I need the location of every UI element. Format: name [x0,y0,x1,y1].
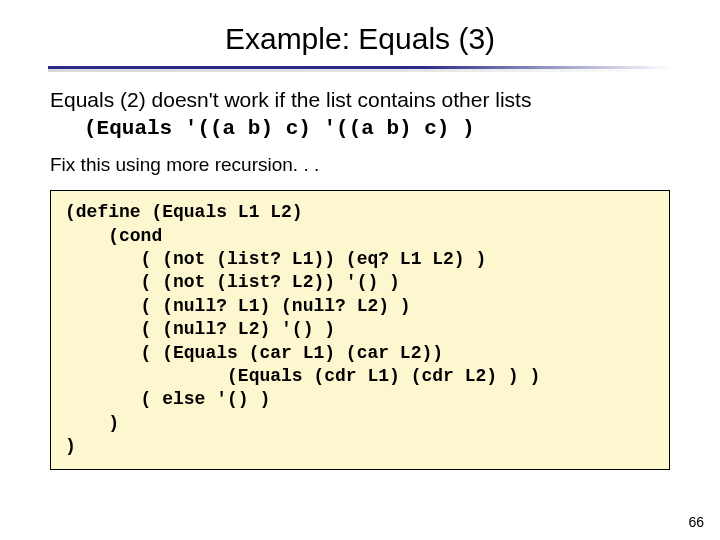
slide-title: Example: Equals (3) [0,0,720,66]
title-underline [48,66,672,69]
lead-code: (Equals '((a b) c) '((a b) c) ) [84,117,670,140]
code-block: (define (Equals L1 L2) (cond ( (not (lis… [50,190,670,469]
page-number: 66 [688,514,704,530]
fix-text: Fix this using more recursion. . . [50,154,670,176]
slide-body: Equals (2) doesn't work if the list cont… [0,87,720,470]
slide: Example: Equals (3) Equals (2) doesn't w… [0,0,720,540]
lead-text: Equals (2) doesn't work if the list cont… [50,87,670,113]
